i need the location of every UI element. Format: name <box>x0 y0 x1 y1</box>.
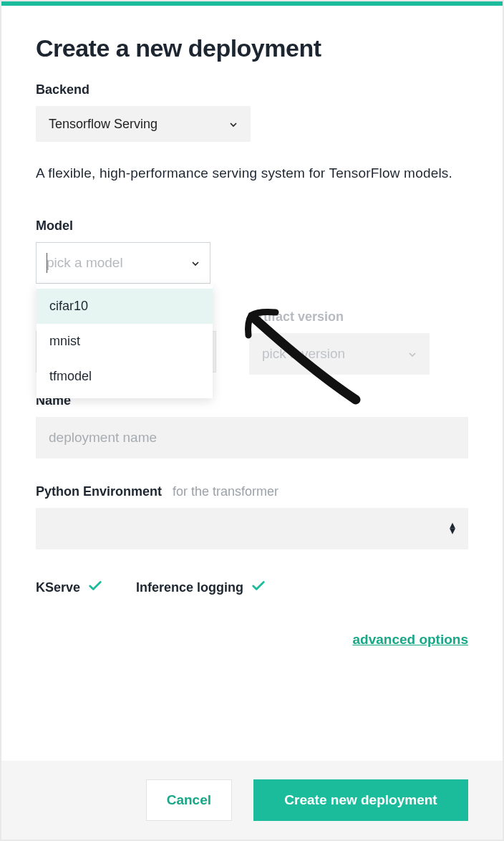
python-env-hint: for the transformer <box>165 484 278 499</box>
chevron-down-icon <box>228 119 238 129</box>
model-label: Model <box>36 218 468 234</box>
model-combobox[interactable]: cifar10 mnist tfmodel <box>36 242 210 284</box>
inference-logging-check[interactable]: Inference logging <box>136 578 266 597</box>
model-dropdown: cifar10 mnist tfmodel <box>37 284 213 398</box>
form-content: Create a new deployment Backend Tensorfl… <box>1 6 503 761</box>
name-section: Name <box>36 393 468 458</box>
model-section: Model cifar10 mnist tfmodel <box>36 218 468 284</box>
model-option-tfmodel[interactable]: tfmodel <box>37 359 213 394</box>
artifact-version-select[interactable]: pick a version <box>249 333 430 375</box>
python-env-select[interactable]: ▴▾ <box>36 508 468 549</box>
backend-selected-value: Tensorflow Serving <box>49 117 158 132</box>
artifact-version-label: Artifact version <box>249 309 430 325</box>
advanced-options-link[interactable]: advanced options <box>352 632 468 647</box>
footer: Cancel Create new deployment <box>1 761 503 840</box>
sort-arrows-icon: ▴▾ <box>450 522 455 535</box>
deployment-name-input[interactable] <box>36 417 468 458</box>
page-title: Create a new deployment <box>36 34 468 62</box>
backend-description: A flexible, high-performance serving sys… <box>36 163 468 184</box>
backend-select[interactable]: Tensorflow Serving <box>36 106 251 142</box>
inference-logging-label: Inference logging <box>136 580 243 595</box>
python-env-section: Python Environment for the transformer ▴… <box>36 484 468 549</box>
checks-row: KServe Inference logging <box>36 578 468 597</box>
chevron-down-icon <box>407 349 417 359</box>
check-icon <box>87 578 103 597</box>
check-icon <box>251 578 266 597</box>
text-cursor <box>47 253 47 273</box>
artifact-column: Artifact version pick a version <box>249 309 430 375</box>
python-env-label: Python Environment for the transformer <box>36 484 468 499</box>
kserve-label: KServe <box>36 580 80 595</box>
model-option-mnist[interactable]: mnist <box>37 324 213 359</box>
chevron-down-icon <box>190 258 200 268</box>
create-deployment-panel: Create a new deployment Backend Tensorfl… <box>1 1 503 840</box>
python-env-label-text: Python Environment <box>36 484 162 499</box>
kserve-check[interactable]: KServe <box>36 578 103 597</box>
backend-label: Backend <box>36 82 468 97</box>
model-input[interactable] <box>47 255 161 271</box>
create-deployment-button[interactable]: Create new deployment <box>253 779 468 821</box>
cancel-button[interactable]: Cancel <box>146 779 232 821</box>
model-option-cifar10[interactable]: cifar10 <box>37 289 213 324</box>
artifact-version-placeholder: pick a version <box>262 346 345 362</box>
advanced-options-row: advanced options <box>36 632 468 648</box>
